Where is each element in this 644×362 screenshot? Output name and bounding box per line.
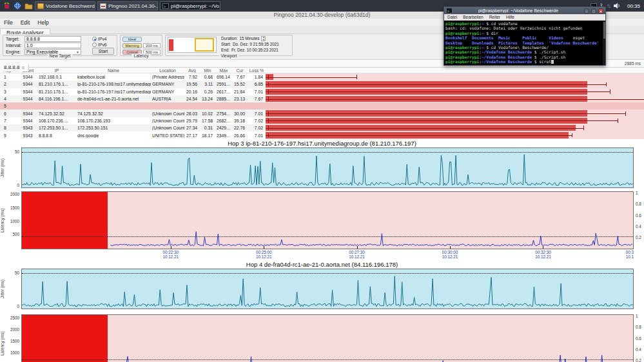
menu-hilfe[interactable]: Hilfe bbox=[506, 15, 514, 19]
terminal-scrollbar[interactable] bbox=[603, 21, 605, 65]
table-row[interactable]: 89343172.253.50.1...172.253.50.151(Unkno… bbox=[0, 124, 644, 131]
table-cell: 27.17 bbox=[184, 133, 200, 138]
network-updown-icon[interactable]: ↑↓ bbox=[607, 3, 610, 9]
minimize-button[interactable]: – bbox=[584, 8, 589, 14]
table-cell: 9344 bbox=[18, 82, 37, 86]
close-icon[interactable]: ⦻ bbox=[21, 65, 24, 70]
browser-globe-icon[interactable] bbox=[13, 1, 22, 10]
desktop: Vodafone Beschwerd... Pingnoo 2021.04.30… bbox=[0, 0, 644, 362]
latency-plot-area[interactable] bbox=[21, 191, 634, 249]
column-header[interactable]: Avg bbox=[184, 68, 200, 73]
column-header[interactable]: Location bbox=[151, 68, 184, 73]
viewport-group-label: Viewport bbox=[219, 53, 239, 58]
minimap-latency-preview bbox=[169, 39, 173, 51]
terminal-line: Bookshelf Documents Music Public Videos … bbox=[445, 35, 601, 40]
clock[interactable]: 00:35 bbox=[625, 3, 642, 9]
table-cell: 19.56 bbox=[184, 82, 200, 86]
column-header[interactable]: Loss % bbox=[248, 68, 266, 73]
radio-ipv6[interactable]: IPv6 bbox=[92, 42, 107, 48]
table-row[interactable]: 3934481.210.176.1...ip-81-210-176-197.hs… bbox=[0, 88, 644, 95]
warning-threshold-value[interactable]: 200 ms bbox=[143, 43, 161, 48]
viewport-selection-rect[interactable] bbox=[195, 38, 214, 52]
table-cell: kabelbox.local bbox=[76, 75, 151, 79]
row-latency-bar-graph bbox=[266, 73, 644, 81]
end-time-value: Fr. Dez. 10 00:35:23 2021 bbox=[231, 48, 278, 53]
table-cell: 3.11 bbox=[200, 82, 215, 86]
right-axis-spacer bbox=[634, 148, 644, 188]
terminal-menu-bar: Datei Bearbeiten Reiter Hilfe bbox=[444, 14, 605, 21]
column-header[interactable]: Min bbox=[200, 68, 215, 73]
jitter-plot-area[interactable] bbox=[21, 148, 634, 188]
menu-edit[interactable]: Edit bbox=[17, 19, 34, 26]
table-cell: 6 bbox=[0, 111, 18, 116]
axis-tick-label: 0.6 bbox=[636, 213, 641, 217]
scrollbar-thumb[interactable] bbox=[603, 22, 605, 39]
start-button[interactable]: Start bbox=[92, 48, 114, 55]
target-label: Target: bbox=[6, 37, 23, 41]
taskbar-button-vodafone-folder[interactable]: Vodafone Beschwerd... bbox=[35, 1, 95, 10]
menu-file[interactable]: File bbox=[0, 19, 17, 26]
terminal-title-bar[interactable]: >_ pi@raspberrypi: ~/Vodafone Beschwerde… bbox=[444, 7, 605, 14]
table-cell: 7.01 bbox=[248, 111, 266, 116]
viewport-minimap[interactable] bbox=[168, 37, 217, 53]
interval-label: Interval: bbox=[6, 43, 23, 48]
hops-table-header[interactable]: HopCountIPNameLocationAvgMinMaxCurLoss % bbox=[0, 68, 644, 73]
table-row[interactable]: 79344108.170.236....108.170.236.193(Unkn… bbox=[0, 117, 644, 124]
y-axis-ticks: 500 bbox=[6, 269, 21, 309]
target-input[interactable] bbox=[24, 36, 81, 42]
latency-axis-label: Latency (ms) bbox=[0, 191, 6, 249]
table-cell: GERMANY bbox=[151, 82, 184, 86]
maximize-button[interactable]: □ bbox=[591, 8, 596, 14]
table-row[interactable]: 2934481.210.176.1...ip-81-210-176-198.hs… bbox=[0, 81, 644, 88]
radio-ipv6-control[interactable] bbox=[92, 43, 97, 47]
taskbar-button-pingnoo[interactable]: Pingnoo 2021.04.30-... bbox=[97, 1, 158, 10]
taskbar-button-label: Vodafone Beschwerd... bbox=[46, 3, 95, 9]
column-header[interactable]: Name bbox=[76, 68, 151, 73]
table-cell: 8 bbox=[0, 126, 18, 130]
column-header[interactable]: Cur bbox=[232, 68, 248, 73]
table-row[interactable]: 993438.8.8.8dns.googleUNITED STATES27.17… bbox=[0, 131, 644, 138]
latency-legend-label: Latency bbox=[132, 53, 151, 58]
table-cell: 7.02 bbox=[248, 126, 266, 130]
file-manager-icon[interactable] bbox=[24, 1, 33, 10]
menu-datei[interactable]: Datei bbox=[447, 15, 457, 19]
viewport-group: Duration: 15 Minutes ▲▼ Start: Do. Dez. … bbox=[165, 35, 293, 56]
menu-help[interactable]: Help bbox=[34, 19, 52, 26]
table-cell: 9344 bbox=[18, 97, 37, 101]
row-latency-bar-graph bbox=[266, 124, 644, 131]
column-header[interactable]: Max bbox=[215, 68, 232, 73]
jitter-plot-area[interactable] bbox=[21, 269, 634, 309]
menu-bearbeiten[interactable]: Bearbeiten bbox=[463, 15, 483, 19]
volume-icon[interactable] bbox=[613, 1, 622, 10]
latency-plot-area[interactable] bbox=[21, 314, 634, 362]
row-latency-bar-graph bbox=[266, 102, 644, 110]
raspberry-menu-icon[interactable] bbox=[2, 1, 11, 10]
table-cell: 0.68 bbox=[200, 75, 215, 79]
table-cell: dns.google bbox=[76, 133, 151, 138]
interval-input[interactable] bbox=[24, 43, 81, 48]
tab-target-8888[interactable]: 8.8.8.8 ⦻ bbox=[0, 64, 29, 71]
duration-spinner[interactable]: ▲▼ bbox=[261, 36, 266, 41]
hop3-chart-block: Hop 3 ip-81-210-176-197.hsi17.unitymedia… bbox=[0, 139, 644, 260]
taskbar-button-terminal[interactable]: >_ pi@raspberrypi: ~/Vo... bbox=[160, 1, 220, 10]
terminal-window[interactable]: >_ pi@raspberrypi: ~/Vodafone Beschwerde… bbox=[444, 6, 606, 66]
radio-ipv4-control[interactable] bbox=[92, 37, 97, 41]
column-header[interactable]: IP bbox=[37, 68, 76, 73]
table-cell: (Unknown Country?) bbox=[151, 119, 184, 123]
table-row[interactable]: 19344192.168.0.1kabelbox.local(Private A… bbox=[0, 73, 644, 81]
table-cell: 9 bbox=[0, 133, 18, 138]
table-cell: 26.66 bbox=[232, 133, 248, 138]
table-row[interactable]: 5 bbox=[0, 102, 644, 110]
close-button[interactable]: ✕ bbox=[598, 8, 603, 14]
table-row[interactable]: 4934484.116.196.1...de-fra04d-rc1-ae-21-… bbox=[0, 95, 644, 102]
terminal-output[interactable]: pi@raspberrypi:~ $ cd vodafonebash: cd: … bbox=[444, 21, 603, 65]
hops-table-body: 19344192.168.0.1kabelbox.local(Private A… bbox=[0, 73, 644, 139]
table-row[interactable]: 6934474.125.32.5274.125.32.52(Unknown Co… bbox=[0, 110, 644, 117]
table-cell: 23.13 bbox=[232, 97, 248, 101]
new-target-group-label: New Target bbox=[48, 53, 73, 58]
radio-ipv4[interactable]: IPv4 bbox=[92, 36, 107, 42]
row-latency-bar-graph bbox=[266, 95, 644, 102]
taskbar-button-label: pi@raspberrypi: ~/Vo... bbox=[171, 3, 220, 9]
menu-reiter[interactable]: Reiter bbox=[489, 15, 500, 19]
new-target-group: Target: Interval: Engine: Ping Executabl… bbox=[3, 35, 117, 56]
